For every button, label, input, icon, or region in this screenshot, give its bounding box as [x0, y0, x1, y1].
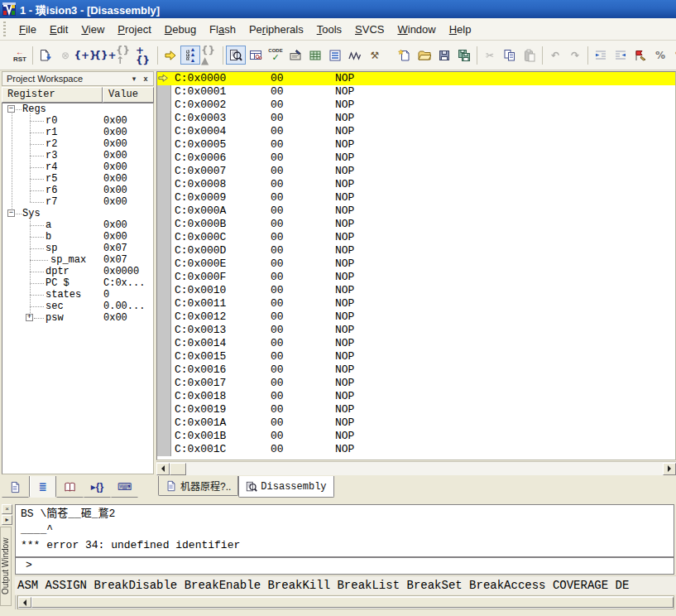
disassembly-row[interactable]: C:0x001A00NOP: [157, 416, 675, 430]
output-expand-button[interactable]: ▸: [2, 515, 12, 525]
disassembly-row[interactable]: C:0x001800NOP: [157, 390, 675, 403]
open-file-button[interactable]: [415, 46, 434, 65]
register-row-r5[interactable]: r50x00: [2, 173, 153, 185]
outdent-button[interactable]: [611, 46, 630, 65]
scroll-left-button[interactable]: [156, 463, 170, 475]
toolbox-button[interactable]: ⚒: [365, 46, 385, 65]
disassembly-row[interactable]: C:0x000100NOP: [157, 85, 675, 99]
disassembly-row[interactable]: C:0x000700NOP: [157, 165, 675, 178]
register-row-r4[interactable]: r40x00: [2, 161, 153, 173]
breakpoint-gutter[interactable]: [157, 231, 171, 244]
scroll-left-button[interactable]: [18, 597, 31, 608]
scroll-thumb[interactable]: [170, 463, 186, 475]
registers-window-button[interactable]: REG▲▲▲: [180, 46, 200, 65]
breakpoint-gutter[interactable]: [157, 112, 171, 125]
prev-bookmark-button[interactable]: %: [670, 46, 676, 65]
disassembly-row[interactable]: C:0x000A00NOP: [157, 205, 675, 218]
breakpoint-gutter[interactable]: [157, 430, 171, 443]
breakpoint-gutter[interactable]: [157, 152, 171, 165]
disassembly-row[interactable]: C:0x001300NOP: [157, 324, 675, 337]
performance-analyzer-button[interactable]: [246, 46, 266, 65]
breakpoint-gutter[interactable]: [157, 337, 171, 350]
command-prompt[interactable]: >: [15, 557, 674, 575]
disassembly-row[interactable]: C:0x000300NOP: [157, 112, 675, 125]
disassembly-row[interactable]: C:0x001900NOP: [157, 403, 675, 416]
register-row-psw[interactable]: +psw0x00: [2, 312, 153, 324]
save-button[interactable]: [434, 46, 454, 65]
register-row-sys[interactable]: −Sys: [2, 208, 153, 219]
workspace-menu-button[interactable]: ▾: [128, 74, 140, 84]
breakpoint-gutter[interactable]: [157, 297, 171, 310]
workspace-tab-templates[interactable]: ⌨: [111, 476, 138, 498]
breakpoint-gutter[interactable]: [157, 271, 171, 284]
redo-button[interactable]: ↷: [565, 46, 585, 65]
breakpoint-gutter[interactable]: [157, 257, 171, 271]
step-into-button[interactable]: {+}: [75, 46, 95, 65]
breakpoint-gutter[interactable]: [157, 205, 171, 218]
register-row-a[interactable]: a0x00: [2, 219, 153, 231]
step-over-button[interactable]: {}+: [95, 46, 115, 65]
show-next-statement-button[interactable]: [161, 46, 180, 65]
register-row-r3[interactable]: r30x00: [2, 150, 153, 161]
breakpoint-gutter[interactable]: [157, 99, 171, 112]
column-header-register[interactable]: Register: [2, 87, 103, 103]
undo-button[interactable]: ↶: [545, 46, 565, 65]
menu-peripherals[interactable]: Peripherals: [242, 21, 310, 38]
step-out-button[interactable]: {}↑: [115, 46, 135, 65]
column-header-value[interactable]: Value: [103, 87, 154, 103]
disassembly-row[interactable]: C:0x000500NOP: [157, 138, 675, 152]
next-bookmark-button[interactable]: %: [650, 46, 670, 65]
menu-file[interactable]: File: [12, 21, 43, 38]
breakpoint-gutter[interactable]: [157, 363, 171, 377]
workspace-tab-files[interactable]: [2, 476, 29, 498]
breakpoint-gutter[interactable]: [157, 403, 171, 416]
breakpoint-gutter[interactable]: [157, 165, 171, 178]
breakpoint-gutter[interactable]: [157, 138, 171, 152]
run-to-line-button[interactable]: +{}: [135, 46, 155, 65]
halt-button[interactable]: ⊗: [55, 46, 75, 65]
disassembly-row[interactable]: C:0x001100NOP: [157, 297, 675, 310]
app-icon[interactable]: [2, 2, 16, 16]
menu-edit[interactable]: Edit: [43, 21, 74, 38]
disassembly-row[interactable]: C:0x000000NOP: [157, 72, 675, 85]
call-stack-button[interactable]: {}▲: [200, 46, 220, 65]
expand-icon[interactable]: +: [26, 314, 33, 321]
disassembly-row[interactable]: C:0x000600NOP: [157, 152, 675, 165]
tab-disassembly[interactable]: Disassembly: [238, 476, 333, 498]
disassembly-row[interactable]: C:0x001400NOP: [157, 337, 675, 350]
disassembly-row[interactable]: C:0x000800NOP: [157, 178, 675, 191]
disassembly-row[interactable]: C:0x001B00NOP: [157, 430, 675, 443]
collapse-icon[interactable]: −: [7, 105, 15, 113]
register-row-r1[interactable]: r10x00: [2, 127, 153, 138]
menu-flash[interactable]: Flash: [203, 21, 242, 38]
breakpoint-gutter[interactable]: [157, 178, 171, 191]
register-row-r7[interactable]: r70x00: [2, 196, 153, 208]
menu-debug[interactable]: Debug: [158, 21, 203, 38]
breakpoint-gutter[interactable]: [157, 72, 171, 85]
register-row-dptr[interactable]: dptr0x0000: [2, 266, 153, 277]
scroll-thumb[interactable]: [31, 597, 674, 608]
register-row-r0[interactable]: r00x00: [2, 115, 153, 127]
workspace-tab-books[interactable]: [56, 476, 84, 498]
workspace-close-button[interactable]: x: [140, 74, 151, 84]
workspace-tab-functions[interactable]: ▸{}: [84, 476, 111, 498]
toggle-bookmark-button[interactable]: [630, 46, 650, 65]
disassembly-row[interactable]: C:0x001600NOP: [157, 363, 675, 377]
menubar-grip[interactable]: [3, 22, 6, 36]
register-row-r2[interactable]: r20x00: [2, 138, 153, 150]
breakpoint-gutter[interactable]: [157, 350, 171, 363]
register-row-pc-$[interactable]: PC $C:0x...: [2, 277, 153, 289]
menu-window[interactable]: Window: [391, 21, 442, 38]
scroll-right-button[interactable]: [663, 463, 676, 475]
breakpoint-gutter[interactable]: [157, 191, 171, 205]
output-close-button[interactable]: ×: [2, 504, 12, 514]
paste-button[interactable]: [520, 46, 539, 65]
serial-window-button[interactable]: [285, 46, 305, 65]
disassembly-row[interactable]: C:0x001700NOP: [157, 377, 675, 390]
collapse-icon[interactable]: −: [7, 209, 15, 217]
disassembly-row[interactable]: C:0x000E00NOP: [157, 257, 675, 271]
run-button[interactable]: [36, 46, 55, 65]
save-all-button[interactable]: [454, 46, 474, 65]
breakpoint-gutter[interactable]: [157, 284, 171, 297]
breakpoint-gutter[interactable]: [157, 377, 171, 390]
